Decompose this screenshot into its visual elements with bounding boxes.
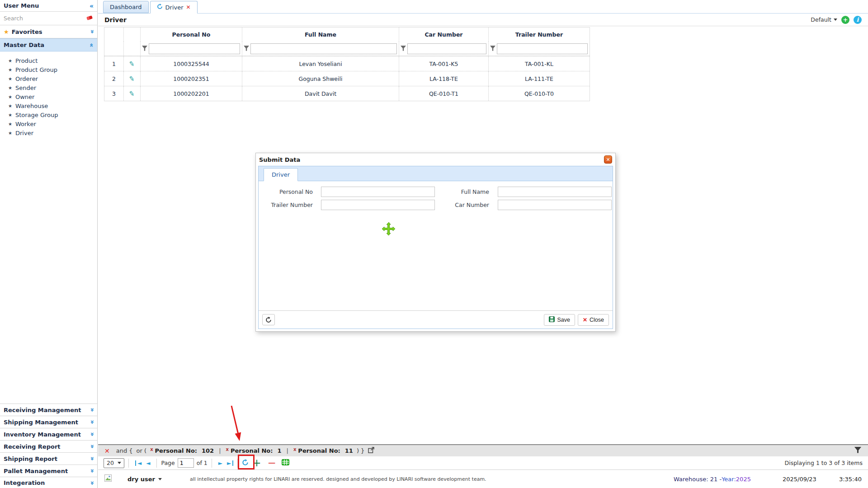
year-value: 2025 — [736, 476, 751, 483]
caret-down-icon — [834, 19, 837, 21]
current-date: 2025/09/23 — [783, 476, 816, 483]
save-button[interactable]: Save — [544, 314, 575, 326]
edit-row-icon[interactable]: ✎ — [127, 90, 137, 97]
sidebar-section-inventory-management[interactable]: Inventory Management« — [0, 428, 97, 440]
filter-input-personal-no[interactable] — [149, 43, 240, 54]
filter-input-full-name[interactable] — [250, 43, 397, 54]
grid-view-button[interactable] — [279, 459, 292, 467]
sidebar-section-receiving-management[interactable]: Receiving Management« — [0, 404, 97, 416]
dialog-close-icon[interactable]: ✕ — [604, 155, 612, 164]
sidebar-item-warehouse[interactable]: ★Warehouse — [8, 101, 97, 110]
filter-funnel-icon[interactable] — [142, 44, 148, 53]
remove-filter-icon[interactable]: x — [293, 447, 296, 452]
filter-and-label: and { — [116, 447, 133, 454]
sidebar-section-pallet-management[interactable]: Pallet Management« — [0, 465, 97, 477]
sidebar-item-worker[interactable]: ★Worker — [8, 119, 97, 128]
sidebar: User Menu « ★ Favorites « Master Data « … — [0, 0, 98, 488]
dialog-footer: Save ✕ Close — [259, 310, 613, 328]
caret-down-icon — [118, 462, 121, 464]
table-row[interactable]: 3 ✎ 1000202201 Davit Davit QE-010-T1 QE-… — [104, 86, 590, 101]
view-selector-dropdown[interactable]: Default — [811, 16, 837, 23]
open-filter-builder-icon[interactable] — [368, 447, 374, 455]
sidebar-title: User Menu — [4, 2, 39, 9]
refresh-tab-icon[interactable] — [157, 4, 163, 11]
info-button[interactable]: i — [854, 16, 862, 24]
sidebar-item-owner[interactable]: ★Owner — [8, 92, 97, 101]
sidebar-item-orderer[interactable]: ★Orderer — [8, 74, 97, 83]
dialog-refresh-button[interactable] — [262, 314, 275, 325]
tab-dashboard[interactable]: Dashboard — [103, 1, 149, 13]
tab-driver[interactable]: Driver ✕ — [150, 1, 198, 14]
footer: dry user all intellectual property right… — [98, 470, 868, 488]
collapse-sidebar-icon[interactable]: « — [90, 3, 94, 9]
user-menu-dropdown[interactable]: dry user — [127, 476, 162, 483]
sidebar-item-product[interactable]: ★Product — [8, 56, 97, 65]
sidebar-section-integeration[interactable]: Integeration« — [0, 477, 97, 488]
dialog-tab-driver[interactable]: Driver — [264, 168, 298, 181]
sidebar-section-master-data[interactable]: Master Data « — [0, 38, 97, 52]
filter-close-label: ) } — [357, 447, 364, 454]
personal-no-field[interactable] — [321, 187, 435, 197]
chevron-down-icon: « — [88, 408, 94, 412]
driver-table: Personal No Full Name Car Number Trailer… — [104, 27, 590, 101]
add-view-button[interactable]: + — [841, 16, 849, 24]
filter-funnel-icon[interactable] — [243, 44, 250, 53]
page-size-select[interactable]: 20 — [104, 458, 124, 468]
filter-input-car-number[interactable] — [407, 43, 486, 54]
chevron-down-icon: « — [88, 432, 94, 436]
year-label: Year: — [722, 476, 736, 483]
next-page-button[interactable]: ► — [216, 460, 225, 466]
close-tab-icon[interactable]: ✕ — [186, 4, 191, 10]
sidebar-section-receiving-report[interactable]: Receiving Report« — [0, 440, 97, 452]
tab-bar: Dashboard Driver ✕ — [98, 0, 868, 14]
app-logo — [104, 474, 112, 484]
add-record-button[interactable]: + — [249, 458, 264, 468]
page-of-label: of 1 — [197, 460, 208, 466]
annotation-arrow — [225, 405, 246, 446]
remove-record-button[interactable]: − — [264, 458, 278, 468]
filter-chip: x Personal No: 1 — [226, 447, 282, 454]
page-number-input[interactable] — [178, 458, 194, 468]
filter-panel-funnel-icon[interactable] — [854, 447, 862, 455]
filter-funnel-icon[interactable] — [490, 44, 496, 53]
page-label: Page — [161, 460, 175, 466]
trailer-number-field[interactable] — [321, 200, 435, 210]
filter-input-trailer-number[interactable] — [497, 43, 588, 54]
close-button[interactable]: ✕ Close — [578, 314, 609, 326]
clear-all-filters-icon[interactable]: ✕ — [104, 447, 110, 455]
sidebar-section-favorites[interactable]: ★ Favorites « — [0, 25, 97, 38]
prev-page-button[interactable]: ◄ — [144, 460, 152, 466]
search-input[interactable] — [4, 15, 76, 22]
edit-row-icon[interactable]: ✎ — [127, 61, 137, 67]
chevron-down-icon: « — [88, 456, 94, 460]
sidebar-item-storage-group[interactable]: ★Storage Group — [8, 110, 97, 119]
sidebar-section-shipping-report[interactable]: Shipping Report« — [0, 452, 97, 465]
clear-search-icon[interactable] — [86, 14, 94, 23]
star-icon: ★ — [8, 94, 12, 99]
last-page-button[interactable]: ► — [225, 460, 233, 466]
remove-filter-icon[interactable]: x — [226, 447, 229, 452]
dialog-titlebar[interactable]: Submit Data ✕ — [256, 153, 615, 166]
dialog-title: Submit Data — [259, 156, 300, 163]
full-name-field[interactable] — [498, 187, 612, 197]
table-row[interactable]: 2 ✎ 1000202351 Goguna Shweili LA-118-TE … — [104, 71, 590, 86]
sidebar-search-row — [0, 12, 97, 25]
favorites-star-icon: ★ — [4, 28, 9, 35]
sidebar-item-driver[interactable]: ★Driver — [8, 128, 97, 137]
first-page-button[interactable]: ◄ — [135, 460, 144, 466]
save-icon — [549, 316, 555, 324]
refresh-grid-button[interactable] — [242, 459, 249, 467]
sidebar-item-sender[interactable]: ★Sender — [8, 83, 97, 92]
car-number-field[interactable] — [498, 200, 612, 210]
filter-funnel-icon[interactable] — [400, 44, 406, 53]
filter-chip: x Personal No: 102 — [150, 447, 214, 454]
remove-filter-icon[interactable]: x — [150, 447, 153, 452]
sidebar-section-shipping-management[interactable]: Shipping Management« — [0, 416, 97, 428]
header-personal-no: Personal No — [141, 28, 242, 42]
table-row[interactable]: 1 ✎ 1000325544 Levan Yoseliani TA-001-K5… — [104, 56, 590, 71]
sidebar-item-product-group[interactable]: ★Product Group — [8, 65, 97, 74]
edit-row-icon[interactable]: ✎ — [127, 75, 137, 82]
page-title: Driver — [104, 16, 127, 23]
favorites-label: Favorites — [12, 28, 90, 35]
header-trailer-number: Trailer Number — [489, 28, 590, 42]
